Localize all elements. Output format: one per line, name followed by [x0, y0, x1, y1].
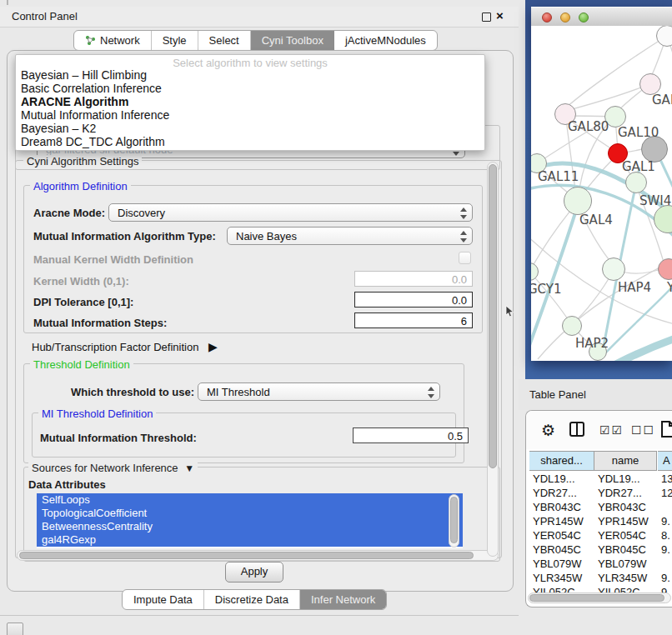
table-panel-title: Table Panel	[529, 388, 586, 401]
manual-kernel-checkbox[interactable]	[459, 252, 471, 264]
top-edge-tick	[7, 0, 8, 5]
network-node[interactable]	[602, 258, 625, 281]
list-scrollbar-thumb[interactable]	[450, 497, 458, 543]
combo-spinner-icon	[427, 387, 434, 398]
zoom-traffic-light[interactable]	[579, 12, 589, 22]
collapse-down-icon: ▼	[184, 462, 194, 474]
node-label: GCY1	[531, 282, 562, 297]
hub-definition-expander[interactable]: Hub/Transcription Factor Definition ▶	[32, 340, 218, 353]
mi-threshold-input[interactable]: 0.5	[353, 428, 469, 443]
control-panel-title: Control Panel	[12, 10, 78, 22]
tab-network[interactable]: Network	[74, 31, 152, 50]
table-panel-bar: Table Panel	[519, 379, 672, 410]
column-header-name[interactable]: name	[594, 451, 657, 471]
sources-title: Sources for Network Inference	[32, 462, 178, 474]
mi-steps-input[interactable]: 6	[354, 312, 473, 328]
tab-jactivemnodules[interactable]: jActiveMNodules	[334, 31, 437, 50]
tab-discretize-data[interactable]: Discretize Data	[204, 590, 300, 609]
network-node[interactable]	[562, 316, 582, 336]
mi-type-label: Mutual Information Algorithm Type:	[33, 230, 216, 242]
grip-handle[interactable]	[7, 622, 23, 635]
split-columns-icon[interactable]	[569, 422, 584, 437]
algorithm-dropdown: Select algorithm to view settings Bayesi…	[15, 54, 485, 151]
network-node[interactable]	[625, 172, 647, 193]
aracne-mode-label: Aracne Mode:	[33, 207, 105, 219]
network-window-titlebar[interactable]	[531, 7, 672, 27]
table-toolbar: ⚙ ☑☑ ☐☐	[526, 411, 672, 449]
tab-impute-data-label: Impute Data	[133, 590, 193, 609]
dropdown-item[interactable]: Dream8 DC_TDC Algorithm	[21, 135, 165, 148]
document-icon[interactable]	[661, 421, 672, 438]
control-panel-titlebar: Control Panel ×	[0, 7, 519, 28]
node-label: Y	[667, 280, 672, 295]
which-threshold-combo[interactable]: MI Threshold	[198, 382, 440, 401]
column-header-partial[interactable]: A	[658, 451, 672, 471]
control-panel-window: Control Panel × Network Style Select Cyn…	[0, 7, 519, 616]
mi-type-value: Naive Bayes	[236, 230, 297, 242]
kernel-width-label: Kernel Width (0,1):	[33, 275, 129, 288]
cyni-settings-title: Cyni Algorithm Settings	[23, 155, 142, 168]
kernel-width-input[interactable]: 0.0	[354, 271, 473, 287]
sources-title-row[interactable]: Sources for Network Inference ▼	[28, 462, 198, 474]
tab-style[interactable]: Style	[152, 31, 198, 50]
table-panel: ⚙ ☑☑ ☐☐ shared... name A YDL19...YDL19..…	[525, 410, 672, 608]
network-view-window: GAL7 GAL80 GAL10 GAL1 GAL11 SWI4 GAL4 GC…	[531, 7, 672, 361]
which-threshold-value: MI Threshold	[207, 386, 270, 398]
tab-discretize-data-label: Discretize Data	[215, 590, 288, 609]
table-hscrollbar-thumb[interactable]	[529, 594, 664, 602]
aracne-mode-combo[interactable]: Discovery	[108, 203, 473, 222]
settings-vscrollbar-thumb[interactable]	[489, 164, 497, 468]
list-item[interactable]: gal4RGexp	[37, 533, 463, 547]
network-canvas[interactable]: GAL7 GAL80 GAL10 GAL1 GAL11 SWI4 GAL4 GC…	[531, 26, 672, 361]
minimize-traffic-light[interactable]	[560, 12, 570, 22]
close-traffic-light[interactable]	[542, 12, 552, 22]
tab-select[interactable]: Select	[198, 31, 251, 50]
mouse-cursor	[505, 306, 515, 318]
mi-threshold-label: Mutual Information Threshold:	[40, 432, 197, 444]
expand-right-icon: ▶	[208, 340, 218, 353]
dropdown-item-highlighted[interactable]: ARACNE Algorithm	[21, 95, 128, 108]
tab-cyni-toolbox[interactable]: Cyni Toolbox	[251, 31, 334, 50]
unchecked-boxes-icon[interactable]: ☐☐	[631, 423, 655, 437]
network-node[interactable]	[564, 187, 592, 215]
data-attributes-list[interactable]: SelfLoops TopologicalCoefficient Between…	[37, 493, 463, 548]
combo-spinner-icon	[459, 231, 467, 242]
column-header-shared-name[interactable]: shared...	[529, 451, 594, 471]
close-icon[interactable]: ×	[496, 8, 504, 22]
algorithm-dropdown-placeholder: Select algorithm to view settings	[16, 57, 484, 69]
combo-spinner-icon	[459, 208, 467, 219]
mi-type-combo[interactable]: Naive Bayes	[227, 227, 473, 245]
tab-cyni-toolbox-label: Cyni Toolbox	[262, 31, 323, 50]
tab-style-label: Style	[163, 31, 187, 50]
node-label: GAL10	[618, 125, 659, 140]
tab-infer-network[interactable]: Infer Network	[300, 590, 386, 609]
hub-definition-label: Hub/Transcription Factor Definition	[32, 341, 198, 353]
node-label: GAL80	[568, 119, 609, 134]
node-label: SWI4	[639, 193, 671, 208]
aracne-mode-value: Discovery	[118, 207, 165, 219]
node-label: GAL7	[652, 92, 672, 108]
bottom-tabbar: Impute Data Discretize Data Infer Networ…	[122, 589, 387, 610]
list-item[interactable]: SelfLoops	[37, 493, 463, 507]
tab-impute-data[interactable]: Impute Data	[123, 590, 204, 609]
control-panel-tabbar: Network Style Select Cyni Toolbox jActiv…	[73, 30, 438, 51]
mi-steps-label: Mutual Information Steps:	[33, 317, 167, 329]
threshold-definition-title: Threshold Definition	[30, 358, 133, 371]
node-label: GAL4	[579, 212, 613, 228]
checked-boxes-icon[interactable]: ☑☑	[599, 423, 624, 437]
tab-network-label: Network	[100, 31, 140, 50]
network-icon	[85, 35, 96, 46]
settings-hscrollbar-thumb[interactable]	[19, 552, 474, 559]
apply-button[interactable]: Apply	[225, 562, 283, 582]
dropdown-item[interactable]: Bayesian – Hill Climbing	[21, 68, 147, 82]
node-label: GAL11	[538, 169, 579, 184]
float-window-icon[interactable]	[482, 12, 491, 22]
gear-icon[interactable]: ⚙	[541, 421, 555, 440]
dropdown-item[interactable]: Mutual Information Inference	[21, 108, 169, 122]
dropdown-item[interactable]: Basic Correlation Inference	[21, 82, 162, 95]
list-item[interactable]: BetweennessCentrality	[37, 520, 463, 533]
tab-select-label: Select	[209, 31, 239, 50]
dropdown-item[interactable]: Bayesian – K2	[21, 122, 96, 135]
dpi-tolerance-input[interactable]: 0.0	[354, 292, 473, 308]
list-item[interactable]: TopologicalCoefficient	[37, 507, 463, 520]
